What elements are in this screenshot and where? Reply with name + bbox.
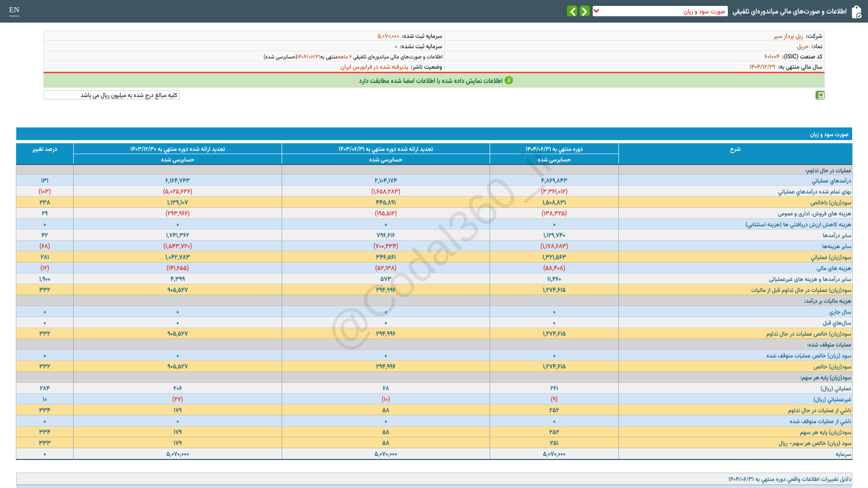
svg-text:i: i bbox=[508, 77, 509, 84]
